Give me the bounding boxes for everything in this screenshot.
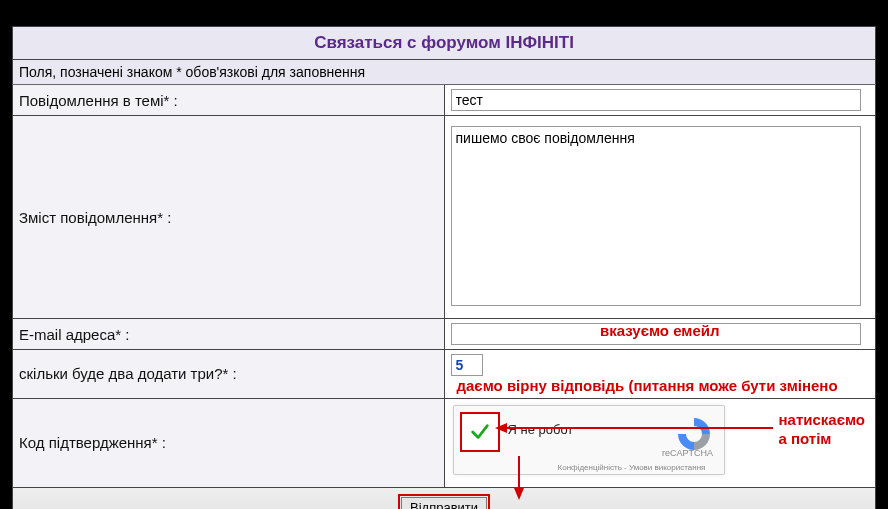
annotation-captcha: натискаємо а потім — [778, 411, 865, 449]
svg-marker-3 — [514, 488, 524, 500]
recaptcha-checkbox[interactable] — [460, 412, 500, 452]
recaptcha-text: Я не робот — [508, 422, 574, 437]
quiz-label: скільки буде два додати три?* : — [13, 350, 445, 399]
quiz-input[interactable] — [451, 354, 483, 376]
required-help-text: Поля, позначені знаком * обов'язкові для… — [13, 60, 876, 85]
recaptcha-brand: reCAPTCHA — [658, 448, 718, 458]
annotation-email: вказуємо емейл — [600, 322, 720, 339]
subject-label: Повідомлення в темі* : — [13, 85, 445, 116]
form-title: Связаться с форумом ІНФІНІТІ — [314, 33, 574, 52]
body-textarea[interactable]: пишемо своє повідомлення — [451, 126, 862, 306]
annotation-captcha-line2: а потім — [778, 430, 831, 447]
contact-form: Связаться с форумом ІНФІНІТІ Поля, позна… — [12, 26, 876, 509]
captcha-row: Код підтвердження* : Я не робот reCAPTCH… — [13, 398, 876, 487]
subject-row: Повідомлення в темі* : — [13, 85, 876, 116]
captcha-label: Код підтвердження* : — [13, 398, 445, 487]
recaptcha-widget[interactable]: Я не робот reCAPTCHA Конфіденційність - … — [453, 405, 725, 475]
submit-row: Відправити — [13, 487, 876, 509]
body-row: Зміст повідомлення* : пишемо своє повідо… — [13, 116, 876, 319]
email-row: E-mail адреса* : вказуємо емейл — [13, 319, 876, 350]
check-icon — [469, 421, 491, 443]
submit-button[interactable]: Відправити — [401, 497, 487, 509]
quiz-row: скільки буде два додати три?* : даємо ві… — [13, 350, 876, 399]
recaptcha-terms: Конфіденційність - Умови використання — [542, 463, 722, 472]
form-title-row: Связаться с форумом ІНФІНІТІ — [13, 27, 876, 60]
required-help-row: Поля, позначені знаком * обов'язкові для… — [13, 60, 876, 85]
annotation-quiz: даємо вірну відповідь (питання може бути… — [457, 377, 838, 394]
email-label: E-mail адреса* : — [13, 319, 445, 350]
submit-highlight: Відправити — [398, 494, 490, 509]
body-label: Зміст повідомлення* : — [13, 116, 445, 319]
subject-input[interactable] — [451, 89, 862, 111]
annotation-captcha-line1: натискаємо — [778, 411, 865, 428]
